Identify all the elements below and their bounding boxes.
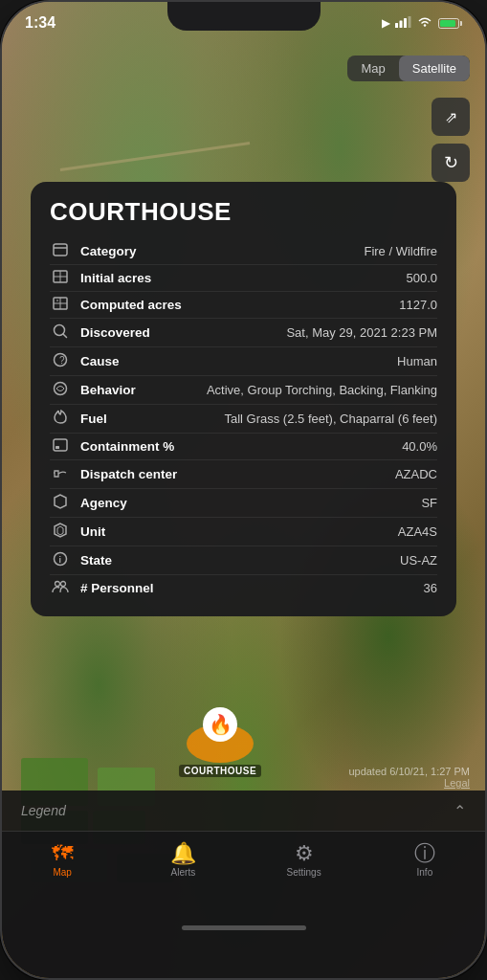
legend-chevron-icon: ⌃	[454, 802, 466, 820]
fire-blob: 🔥	[187, 724, 254, 763]
initial-acres-icon	[50, 270, 71, 286]
computed-acres-icon	[50, 297, 71, 313]
info-row: # Personnel36	[50, 575, 437, 601]
info-row: Dispatch centerAZADC	[50, 460, 437, 489]
map-tab-icon: 🗺	[52, 843, 73, 864]
info-row-label: # Personnel	[80, 581, 186, 595]
alerts-tab-icon: 🔔	[170, 843, 196, 864]
category-icon	[50, 243, 71, 259]
alerts-tab-label: Alerts	[171, 867, 196, 878]
info-row: AgencySF	[50, 489, 437, 518]
map-type-map[interactable]: Map	[347, 56, 398, 81]
info-row-value: US-AZ	[186, 553, 437, 568]
info-row-value: AZADC	[186, 467, 437, 481]
tab-bar: 🗺 Map 🔔 Alerts ⚙ Settings ⓘ Info	[2, 831, 485, 978]
info-row: DiscoveredSat, May 29, 2021 2:23 PM	[50, 319, 437, 347]
svg-rect-1	[400, 20, 403, 28]
svg-text:i: i	[59, 555, 62, 565]
containment---icon	[50, 438, 71, 455]
info-row: Containment %40.0%	[50, 434, 437, 460]
info-row-label: Behavior	[80, 383, 186, 397]
svg-rect-0	[395, 23, 398, 28]
discovered-icon	[50, 323, 71, 342]
tab-alerts[interactable]: 🔔 Alerts	[122, 839, 243, 881]
info-row-value: Fire / Wildfire	[186, 244, 437, 258]
home-indicator	[2, 911, 485, 944]
info-rows: CategoryFire / WildfireInitial acres500.…	[50, 238, 437, 601]
fuel-icon	[50, 410, 71, 428]
info-row-value: AZA4S	[186, 524, 437, 539]
map-tab-label: Map	[53, 867, 71, 878]
info-row-label: Computed acres	[80, 298, 186, 312]
svg-text:?: ?	[59, 355, 65, 366]
cause-icon: ?	[50, 352, 71, 370]
info-row-label: Fuel	[80, 412, 186, 426]
info-row: CategoryFire / Wildfire	[50, 238, 437, 265]
info-row-value: Tall Grass (2.5 feet), Chaparral (6 feet…	[186, 412, 437, 426]
location-icon: ▶	[382, 17, 389, 30]
fire-title: COURTHOUSE	[50, 197, 437, 227]
dispatch-center-icon	[50, 465, 71, 483]
info-row: BehaviorActive, Group Torching, Backing,…	[50, 376, 437, 405]
tab-info[interactable]: ⓘ Info	[365, 839, 485, 881]
svg-point-22	[55, 582, 60, 587]
unit-icon	[50, 523, 71, 541]
info-row-label: Unit	[80, 524, 186, 539]
svg-rect-18	[54, 439, 67, 451]
location-arrow-icon: ⇗	[445, 108, 457, 126]
legend-label: Legend	[21, 803, 454, 818]
location-button[interactable]: ⇗	[432, 98, 470, 136]
refresh-button[interactable]: ↻	[432, 144, 470, 182]
info-row-value: 500.0	[186, 271, 437, 285]
info-row-value: Sat, May 29, 2021 2:23 PM	[186, 325, 437, 340]
legal-link[interactable]: Legal	[348, 777, 470, 789]
fire-info-card: COURTHOUSE CategoryFire / WildfireInitia…	[31, 182, 456, 616]
road	[60, 142, 250, 171]
info-row: Computed acres1127.0	[50, 292, 437, 319]
tab-settings[interactable]: ⚙ Settings	[244, 839, 365, 881]
tabs: 🗺 Map 🔔 Alerts ⚙ Settings ⓘ Info	[2, 832, 485, 911]
battery-icon	[438, 18, 462, 29]
fire-marker-label: COURTHOUSE	[179, 765, 261, 777]
refresh-icon: ↻	[444, 152, 458, 173]
wifi-icon	[417, 16, 432, 31]
tab-map[interactable]: 🗺 Map	[2, 839, 122, 881]
info-row-value: 40.0%	[186, 439, 437, 454]
info-row-label: Agency	[80, 496, 186, 510]
info-row-value: 36	[186, 581, 437, 595]
signal-icon	[395, 16, 411, 31]
svg-rect-2	[404, 18, 407, 28]
fire-icon-circle: 🔥	[203, 707, 237, 742]
info-row-label: Initial acres	[80, 271, 186, 285]
svg-point-23	[61, 582, 66, 587]
home-indicator-bar	[182, 925, 306, 930]
info-row-value: Active, Group Torching, Backing, Flankin…	[186, 383, 437, 397]
info-tab-icon: ⓘ	[414, 843, 435, 864]
map-type-toggle[interactable]: Map Satellite	[347, 56, 470, 81]
agency-icon	[50, 494, 71, 512]
behavior-icon	[50, 381, 71, 399]
svg-rect-3	[409, 16, 411, 28]
status-icons: ▶	[382, 16, 462, 31]
legend-bar[interactable]: Legend ⌃	[2, 791, 485, 831]
status-time: 1:34	[25, 14, 55, 32]
svg-rect-4	[54, 244, 67, 256]
map-type-satellite[interactable]: Satellite	[399, 56, 470, 81]
info-row-label: Discovered	[80, 325, 186, 340]
info-row: iStateUS-AZ	[50, 546, 437, 575]
info-row-label: State	[80, 553, 186, 568]
info-row-label: Category	[80, 244, 186, 258]
fire-marker[interactable]: 🔥 COURTHOUSE	[179, 724, 261, 777]
info-row-label: Dispatch center	[80, 467, 186, 481]
notch	[167, 2, 321, 31]
info-row: UnitAZA4S	[50, 518, 437, 546]
svg-rect-19	[55, 446, 59, 449]
svg-line-14	[63, 334, 67, 338]
--personnel-icon	[50, 580, 71, 596]
state-icon: i	[50, 551, 71, 569]
updated-text: updated 6/10/21, 1:27 PM Legal	[348, 766, 470, 789]
info-row-label: Containment %	[80, 439, 186, 454]
info-row: ?CauseHuman	[50, 347, 437, 376]
info-row-value: Human	[186, 354, 437, 368]
settings-tab-label: Settings	[287, 867, 321, 878]
